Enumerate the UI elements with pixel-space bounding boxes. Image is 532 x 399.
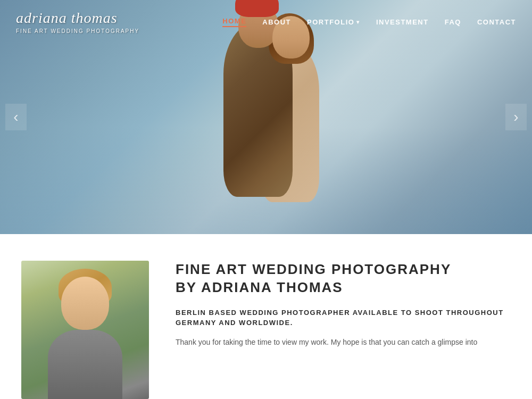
nav-item-portfolio[interactable]: PORTFOLIO ▾ xyxy=(307,18,360,26)
section-title: FINE ART WEDDING PHOTOGRAPHY BY ADRIANA … xyxy=(176,261,511,297)
section-subtitle: BERLIN BASED WEDDING PHOTOGRAPHER AVAILA… xyxy=(176,307,511,328)
nav-item-contact[interactable]: CONTACT xyxy=(477,18,516,26)
chevron-down-icon: ▾ xyxy=(356,19,360,25)
logo-area[interactable]: adriana thomas Fine Art Wedding Photogra… xyxy=(16,10,139,34)
content-text-area: FINE ART WEDDING PHOTOGRAPHY BY ADRIANA … xyxy=(176,261,511,348)
content-section: FINE ART WEDDING PHOTOGRAPHY BY ADRIANA … xyxy=(0,234,532,399)
slider-next-button[interactable]: › xyxy=(505,104,527,130)
hero-section: adriana thomas Fine Art Wedding Photogra… xyxy=(0,0,532,234)
photographer-photo xyxy=(21,261,149,399)
section-body: Thank you for taking the time to view my… xyxy=(176,336,511,349)
photo-body xyxy=(48,330,122,399)
slider-prev-button[interactable]: ‹ xyxy=(5,104,27,130)
main-nav: HOME ABOUT PORTFOLIO ▾ INVESTMENT FAQ CO… xyxy=(222,17,516,27)
nav-item-home[interactable]: HOME xyxy=(222,17,246,27)
logo-tagline: Fine Art Wedding Photography xyxy=(16,28,139,34)
logo-name: adriana thomas xyxy=(16,10,139,27)
photo-background xyxy=(21,261,149,399)
nav-item-faq[interactable]: FAQ xyxy=(445,18,461,26)
site-header: adriana thomas Fine Art Wedding Photogra… xyxy=(0,0,532,44)
nav-item-about[interactable]: ABOUT xyxy=(262,18,291,26)
photo-face xyxy=(61,277,109,330)
nav-item-investment[interactable]: INVESTMENT xyxy=(376,18,429,26)
